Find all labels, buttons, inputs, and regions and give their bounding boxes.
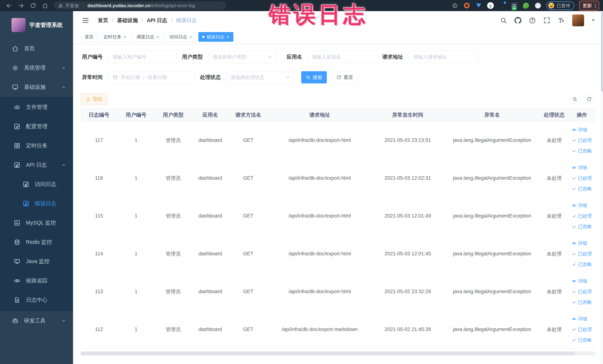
sidebar-item-system-management[interactable]: 系统管理 [0,58,73,78]
sidebar-item-dev-tools[interactable]: 研发工具 [0,311,73,330]
processed-link[interactable]: 已处理 [572,137,592,143]
detail-link[interactable]: 详细 [572,240,587,246]
browser-home-icon[interactable] [42,3,48,9]
user-type-select[interactable]: 请选择用户类型 [208,51,277,63]
sidebar-item-java-monitor[interactable]: Java 监控 [0,252,73,271]
font-size-icon[interactable] [558,17,565,24]
search-icon[interactable] [500,17,507,24]
extension-y-icon[interactable]: y [487,2,494,9]
table-header-row: 日志编号 用户编号 用户类型 应用名 请求方法名 请求地址 异常发生时间 异常名… [81,108,596,121]
ignored-link[interactable]: 已忽略 [572,186,592,192]
export-button[interactable]: 导出 [81,93,107,105]
browser-forward-icon[interactable] [18,3,24,9]
horizontal-scrollbar[interactable] [81,351,596,355]
tab-access-logs[interactable]: 访问日志× [165,32,196,42]
extension-shield-icon[interactable] [475,2,482,9]
paused-extension-badge[interactable]: 已暂停 [546,1,574,10]
doc-icon [14,297,20,303]
detail-link[interactable]: 详细 [572,278,587,284]
refresh-table-button[interactable] [584,94,594,104]
processed-link[interactable]: 已处理 [572,326,592,332]
close-icon[interactable]: × [189,35,192,39]
reset-button[interactable]: 重置 [332,71,358,83]
detail-link[interactable]: 详细 [572,202,587,208]
hamburger-menu-icon[interactable] [81,17,90,24]
ignored-link[interactable]: 已忽略 [572,299,592,305]
table-row: 1121管理员dashboardGET/api/infra/db-doc/exp… [81,311,596,348]
sidebar-item-error-logs[interactable]: 错误日志 [0,194,73,213]
address-bar[interactable]: 不安全 dashboard.yudao.iocoder.cn/infra/log… [54,1,226,10]
sidebar-item-api-logs[interactable]: API 日志 [0,155,73,175]
request-url-input[interactable] [409,51,479,63]
vertical-scrollbar[interactable] [601,11,603,364]
ignored-link[interactable]: 已忽略 [572,337,592,343]
app-logo-row[interactable]: 芋道管理系统 [0,11,73,39]
tab-error-logs[interactable]: 错误日志× [198,32,233,42]
toggle-search-button[interactable] [569,94,580,104]
sidebar-item-file-management[interactable]: 文件管理 [0,97,73,117]
process-status-select[interactable]: 请选择处理状态 [226,71,295,83]
breadcrumb-api-logs[interactable]: API 日志 [147,17,167,24]
processed-link[interactable]: 已处理 [572,175,592,181]
infrastructure-submenu: 文件管理 配置管理 定时任务 API 日志 访问日志 [0,97,73,311]
close-icon[interactable]: × [124,35,127,39]
tab-schedule-logs[interactable]: 调度日志× [133,32,163,42]
bookmark-star-icon[interactable] [451,2,458,9]
help-icon[interactable] [529,17,536,24]
detail-link[interactable]: 详细 [572,127,587,133]
col-app-name: 应用名 [192,108,229,121]
extension-grid-icon[interactable] [499,2,506,9]
close-icon[interactable]: × [156,35,159,39]
sidebar-item-home[interactable]: 首页 [0,39,73,58]
sidebar-item-mysql-monitor[interactable]: MySQL 监控 [0,213,73,233]
browser-back-icon[interactable] [6,3,12,9]
extension-orange-icon[interactable] [463,2,470,9]
not-secure-warning-icon [58,3,63,8]
close-icon[interactable]: × [227,35,230,39]
breadcrumb-home[interactable]: 首页 [98,17,108,24]
ignored-link[interactable]: 已忽略 [572,261,592,267]
tab-scheduled-tasks[interactable]: 定时任务× [100,32,130,42]
ignored-link[interactable]: 已忽略 [572,223,592,230]
breadcrumb-infrastructure[interactable]: 基础设施 [117,17,138,24]
sidebar-item-infrastructure[interactable]: 基础设施 [0,78,73,97]
status-badge: 未处理 [540,311,568,348]
detail-link[interactable]: 详细 [572,316,587,322]
sidebar-item-access-logs[interactable]: 访问日志 [0,175,73,194]
processed-link[interactable]: 已处理 [572,251,592,257]
extension-onoff-icon[interactable]: on [511,2,518,9]
browser-reload-icon[interactable] [30,3,36,9]
avatar-caret-icon[interactable] [591,19,595,21]
filter-row-1: 用户编号 用户类型 请选择用户类型 应用名 请求地址 [81,51,596,63]
kebab-menu-icon[interactable] [595,3,596,8]
scrollbar-thumb[interactable] [601,12,603,92]
sidebar-item-tracing[interactable]: 链路追踪 [0,271,73,290]
download-icon [86,97,91,101]
sidebar-item-redis-monitor[interactable]: Redis 监控 [0,233,73,252]
sidebar-item-scheduled-tasks[interactable]: 定时任务 [0,136,73,155]
ignored-link[interactable]: 已忽略 [572,148,592,154]
extension-paw-icon[interactable] [534,2,542,9]
avatar[interactable] [572,14,584,26]
extension-leaf-icon[interactable] [522,2,530,9]
browser-update-button[interactable]: 更新 [579,1,599,11]
github-icon[interactable] [514,17,522,24]
detail-link[interactable]: 详细 [572,164,587,171]
scrollbar-thumb[interactable] [81,351,575,355]
check-icon [572,138,576,143]
sidebar-item-config-management[interactable]: 配置管理 [0,117,73,136]
processed-link[interactable]: 已处理 [572,213,592,219]
app-name-input[interactable] [308,51,378,63]
process-status-label: 处理状态 [198,74,221,81]
fullscreen-icon[interactable] [543,17,550,24]
search-button[interactable]: 搜索 [301,71,327,83]
exception-time-range-picker[interactable]: 开始日期 - 结束日期 [108,71,195,83]
sidebar-item-log-center[interactable]: 日志中心 [0,290,73,310]
magnifier-icon [572,97,577,102]
user-id-input[interactable] [108,51,176,63]
tab-home[interactable]: 首页 [81,32,97,42]
edit-icon [14,123,20,130]
eye-icon [572,279,576,283]
processed-link[interactable]: 已处理 [572,289,592,295]
end-date-placeholder: 结束日期 [148,74,167,81]
